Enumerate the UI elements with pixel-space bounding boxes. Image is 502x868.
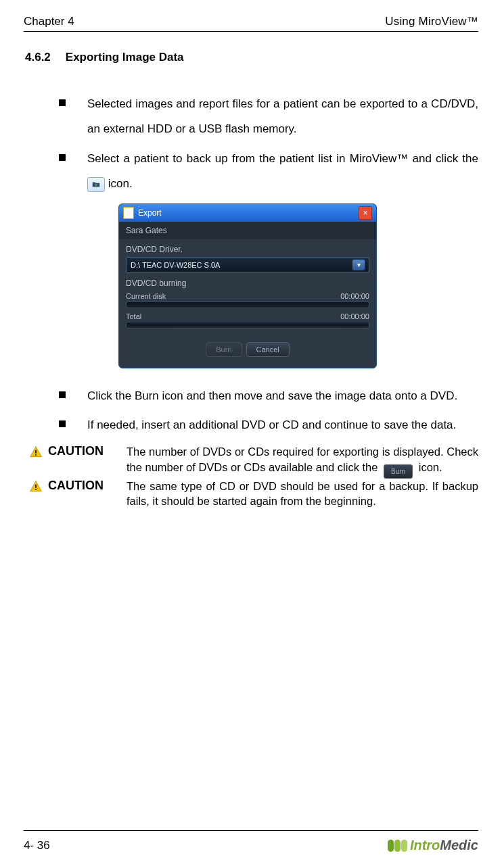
instruction-item: Select a patient to back up from the pat… — [59, 146, 478, 197]
caution-text: The same type of CD or DVD should be use… — [127, 479, 478, 509]
cancel-button[interactable]: Cancel — [246, 342, 290, 357]
caution-label: CAUTION — [48, 479, 121, 493]
instruction-item: If needed, insert an additional DVD or C… — [59, 412, 478, 437]
document-icon — [123, 207, 134, 219]
caution-row: CAUTION The same type of CD or DVD shoul… — [29, 479, 478, 509]
instruction-item: Click the Burn icon and then move and sa… — [59, 383, 478, 408]
instruction-list: Selected images and report files for a p… — [59, 91, 478, 197]
section-heading: 4.6.2 Exporting Image Data — [25, 51, 478, 64]
svg-rect-2 — [35, 485, 37, 488]
caution-row: CAUTION The number of DVDs or CDs requir… — [29, 444, 478, 479]
logo-mark-icon — [388, 840, 407, 852]
svg-rect-1 — [35, 455, 37, 456]
section-title-text: Exporting Image Data — [66, 51, 184, 64]
export-dialog: Export × Sara Gates DVD/CD Driver. D:\ T… — [118, 203, 377, 368]
total-progress-bar — [126, 322, 369, 329]
total-label: Total — [126, 312, 141, 320]
section-number: 4.6.2 — [25, 51, 51, 64]
instruction-list-2: Click the Burn icon and then move and sa… — [59, 383, 478, 438]
warning-icon — [29, 480, 43, 493]
svg-rect-0 — [35, 450, 37, 454]
burn-button[interactable]: Burn — [206, 342, 242, 357]
dialog-title: Export — [138, 208, 162, 218]
dialog-titlebar: Export × — [119, 204, 376, 222]
total-time: 00:00:00 — [340, 312, 369, 320]
driver-section-label: DVD/CD Driver. — [126, 245, 369, 254]
driver-select[interactable]: D:\ TEAC DV-W28EC S.0A ▾ — [126, 257, 369, 273]
patient-name: Sara Gates — [119, 222, 376, 239]
current-disk-label: Current disk — [126, 292, 166, 300]
instruction-item: Selected images and report files for a p… — [59, 91, 478, 142]
page-number: 4- 36 — [24, 839, 50, 852]
burning-section-label: DVD/CD burning — [126, 279, 369, 288]
driver-value: D:\ TEAC DV-W28EC S.0A — [131, 261, 220, 269]
burn-chip-icon: Burn — [384, 464, 413, 479]
current-progress-bar — [126, 302, 369, 308]
intromedic-logo: IntroMedic — [388, 838, 478, 853]
close-icon[interactable]: × — [359, 206, 372, 220]
instruction-text-post: icon. — [108, 177, 133, 190]
page-header: Chapter 4 Using MiroView™ — [24, 15, 478, 32]
caution-label: CAUTION — [48, 444, 121, 458]
chapter-label: Chapter 4 — [24, 15, 74, 28]
current-disk-time: 00:00:00 — [340, 292, 369, 300]
caution-text: The number of DVDs or CDs required for e… — [127, 444, 478, 479]
caution-text-post: icon. — [419, 461, 442, 473]
warning-icon — [29, 445, 43, 459]
export-folder-icon — [87, 177, 105, 192]
instruction-text-pre: Select a patient to back up from the pat… — [87, 152, 478, 165]
page-footer: 4- 36 IntroMedic — [24, 830, 478, 853]
running-title: Using MiroView™ — [385, 15, 478, 28]
total-progress-row: Total 00:00:00 — [126, 312, 369, 320]
chevron-down-icon: ▾ — [352, 260, 365, 270]
current-progress-row: Current disk 00:00:00 — [126, 292, 369, 300]
svg-rect-3 — [35, 489, 37, 490]
